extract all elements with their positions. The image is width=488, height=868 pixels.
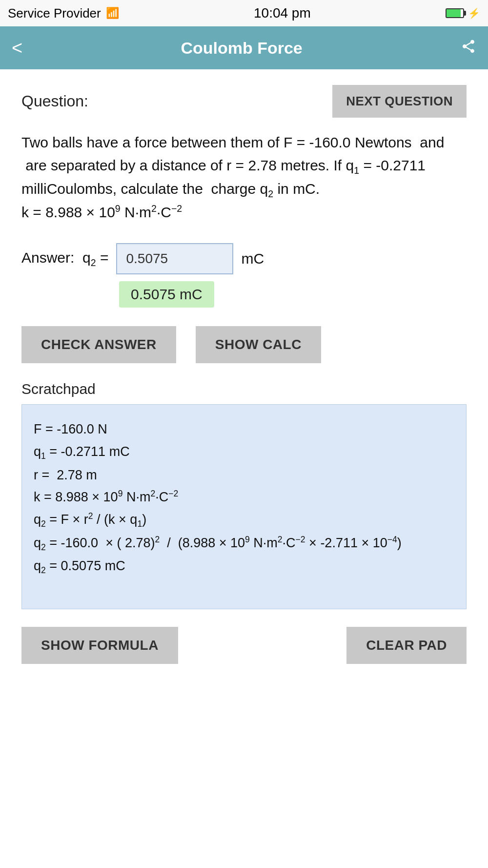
clear-pad-button[interactable]: CLEAR PAD (346, 627, 467, 664)
bolt-icon: ⚡ (468, 7, 480, 19)
answer-section: Answer: q2 = mC 0.5075 mC (21, 243, 467, 311)
check-answer-button[interactable]: CHECK ANSWER (21, 326, 176, 363)
question-label: Question: (21, 92, 88, 110)
scratchpad-line: k = 8.988 × 109 N·m2·C−2 (34, 486, 454, 509)
show-calc-button[interactable]: SHOW CALC (196, 326, 321, 363)
answer-unit: mC (241, 250, 264, 267)
next-question-button[interactable]: NEXT QUESTION (332, 85, 467, 118)
answer-label: Answer: q2 = (21, 249, 108, 269)
answer-input[interactable] (116, 243, 233, 274)
provider-label: Service Provider (8, 6, 101, 21)
header: < Coulomb Force (0, 26, 488, 69)
back-button[interactable]: < (12, 38, 22, 59)
share-button[interactable] (461, 39, 476, 58)
scratchpad-label: Scratchpad (21, 381, 467, 397)
battery-icon (446, 8, 464, 18)
scratchpad-line: r = 2.78 m (34, 464, 454, 487)
scratchpad-line: F = -160.0 N (34, 418, 454, 441)
action-buttons: CHECK ANSWER SHOW CALC (21, 326, 467, 363)
status-bar: Service Provider 📶 10:04 pm ⚡ (0, 0, 488, 26)
header-title: Coulomb Force (181, 39, 302, 58)
scratchpad-line: q1 = -0.2711 mC (34, 441, 454, 464)
show-formula-button[interactable]: SHOW FORMULA (21, 627, 178, 664)
status-left: Service Provider 📶 (8, 6, 119, 21)
scratchpad-line: q2 = 0.5075 mC (34, 555, 454, 578)
answer-row: Answer: q2 = mC (21, 243, 467, 274)
scratchpad-line: q2 = F × r2 / (k × q1) (34, 509, 454, 532)
main-content: Question: NEXT QUESTION Two balls have a… (0, 69, 488, 868)
scratchpad-area[interactable]: F = -160.0 N q1 = -0.2711 mC r = 2.78 m … (21, 404, 467, 609)
wifi-icon: 📶 (106, 7, 119, 20)
status-right: ⚡ (446, 7, 480, 19)
answer-result: 0.5075 mC (21, 281, 467, 311)
question-header: Question: NEXT QUESTION (21, 85, 467, 118)
question-text: Two balls have a force between them of F… (21, 131, 467, 224)
bottom-buttons: SHOW FORMULA CLEAR PAD (21, 627, 467, 664)
status-time: 10:04 pm (254, 5, 311, 21)
scratchpad-line: q2 = -160.0 × ( 2.78)2 / (8.988 × 109 N·… (34, 532, 454, 555)
